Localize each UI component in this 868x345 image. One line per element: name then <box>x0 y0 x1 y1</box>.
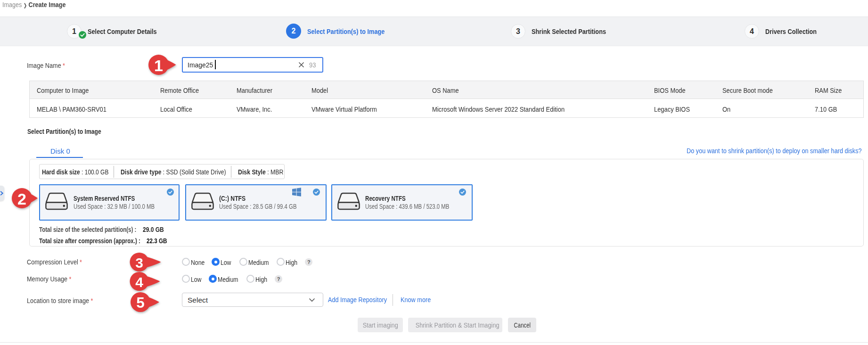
svg-text:3: 3 <box>135 255 143 271</box>
svg-text:1: 1 <box>154 57 163 74</box>
svg-text:5: 5 <box>136 294 145 311</box>
svg-text:4: 4 <box>135 274 143 290</box>
svg-text:2: 2 <box>17 189 26 207</box>
